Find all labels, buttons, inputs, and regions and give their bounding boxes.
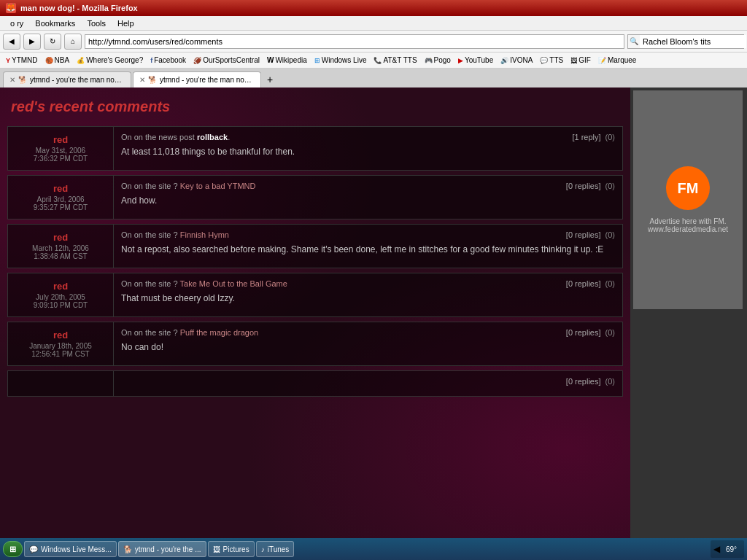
comment-meta-2: red April 3rd, 20069:35:27 PM CDT (8, 176, 114, 219)
question-mark-2: ? (174, 182, 178, 190)
nav-bar: ◀ ▶ ↻ ⌂ 🔍 (0, 31, 747, 52)
comment-date-2: April 3rd, 20069:35:27 PM CDT (34, 195, 88, 211)
comment-row-4: red July 20th, 20059:09:10 PM CDT On on … (7, 273, 623, 317)
tab-2[interactable]: ✕ 🐕 ytmnd - you're the man now dog! (133, 71, 261, 88)
bookmark-tts[interactable]: 💬 TTS (537, 55, 566, 66)
new-tab-button[interactable]: + (263, 71, 277, 88)
comment-header-2: On on the site ? Key to a bad YTMND [0 r… (121, 182, 615, 190)
bookmark-wheres-george[interactable]: 💰 Where's George? (74, 55, 146, 66)
search-engine-icon: 🔍 (628, 37, 640, 45)
comment-site-link-5[interactable]: Puff the magic dragon (180, 328, 258, 337)
menu-file[interactable]: o ry (4, 18, 29, 29)
wikipedia-icon: W (267, 56, 274, 64)
tab-2-close[interactable]: ✕ (139, 76, 145, 84)
comment-site-link-3[interactable]: Finnish Hymn (180, 230, 229, 239)
comment-meta-1: red May 31st, 20067:36:32 PM CDT (8, 127, 114, 170)
main-area: red's recent comments red May 31st, 2006… (0, 88, 747, 538)
question-mark-4: ? (174, 279, 178, 288)
comment-stats-4: [0 replies] (0) (566, 279, 615, 288)
bookmark-marquee[interactable]: 📝 Marquee (595, 55, 639, 66)
comment-stats-2: [0 replies] (0) (566, 182, 615, 190)
comment-body-3: On on the site ? Finnish Hymn [0 replies… (114, 225, 622, 268)
comment-body-5: On on the site ? Puff the magic dragon [… (114, 322, 622, 365)
comment-header-4: On on the site ? Take Me Out to the Ball… (121, 279, 615, 288)
att-icon: 📞 (374, 57, 382, 64)
bookmark-facebook[interactable]: f Facebook (147, 55, 189, 66)
bookmark-youtube[interactable]: ▶ YouTube (455, 55, 496, 66)
bookmark-att-tts[interactable]: 📞 AT&T TTS (371, 55, 419, 66)
comment-site-link-1[interactable]: rollback (197, 133, 228, 141)
tabs-bar: ✕ 🐕 ytmnd - you're the man now dog! ✕ 🐕 … (0, 69, 747, 88)
comment-site-link-2[interactable]: Key to a bad YTMND (180, 182, 256, 190)
taskbar-item-itunes[interactable]: ♪ iTunes (256, 541, 295, 557)
comment-row-2: red April 3rd, 20069:35:27 PM CDT On on … (7, 175, 623, 219)
vote-count-6: (0) (605, 377, 615, 386)
search-input[interactable] (640, 35, 746, 48)
comment-text-3: Not a repost, also searched before makin… (121, 244, 615, 256)
replies-badge-5: [0 replies] (566, 328, 601, 337)
tray-area: ◀ 69° (711, 540, 744, 558)
ivona-icon: 🔊 (500, 57, 508, 64)
comment-row-3: red March 12th, 20061:38:48 AM CST On on… (7, 224, 623, 268)
menu-tools[interactable]: Tools (81, 18, 112, 29)
nba-icon: 🏀 (45, 57, 53, 64)
forward-button[interactable]: ▶ (23, 34, 41, 50)
comment-author-5[interactable]: red (53, 330, 68, 341)
menu-help[interactable]: Help (112, 18, 140, 29)
bookmark-nba[interactable]: 🏀 NBA (42, 55, 73, 66)
comment-meta-6 (8, 371, 114, 396)
address-input[interactable] (85, 34, 624, 49)
comment-header-3: On on the site ? Finnish Hymn [0 replies… (121, 230, 615, 239)
tab-1-close[interactable]: ✕ (9, 76, 15, 84)
home-button[interactable]: ⌂ (64, 34, 82, 50)
comment-header-1: On on the news post rollback. [1 reply] … (121, 133, 615, 141)
youtube-icon: ▶ (458, 57, 463, 64)
refresh-button[interactable]: ↻ (44, 34, 61, 50)
tab-1-favicon: 🐕 (18, 76, 27, 84)
wheres-george-icon: 💰 (77, 57, 85, 64)
comment-meta-5: red January 18th, 200512:56:41 PM CST (8, 322, 114, 365)
comment-site-link-4[interactable]: Take Me Out to the Ball Game (180, 279, 287, 288)
bookmark-gif[interactable]: 🖼 GIF (568, 55, 594, 66)
comment-text-1: At least 11,018 things to be thankful fo… (121, 146, 615, 158)
tab-1[interactable]: ✕ 🐕 ytmnd - you're the man now dog! (3, 71, 131, 88)
bookmark-windows-live[interactable]: ⊞ Windows Live (311, 55, 370, 66)
comment-date-4: July 20th, 20059:09:10 PM CDT (34, 293, 88, 309)
taskbar-item-pictures[interactable]: 🖼 Pictures (208, 541, 255, 557)
start-button[interactable]: ⊞ (3, 541, 23, 557)
tray-icon-1: ◀ (713, 544, 720, 554)
bookmark-ivona[interactable]: 🔊 IVONA (498, 55, 535, 66)
comment-author-1[interactable]: red (53, 134, 68, 145)
ytmnd-taskbar-label: ytmnd - you're the ... (135, 545, 201, 553)
comment-body-4: On on the site ? Take Me Out to the Ball… (114, 273, 622, 316)
vote-count-4: (0) (605, 279, 615, 288)
comment-date-3: March 12th, 20061:38:48 AM CST (32, 244, 89, 260)
ad-box: FM Advertise here with FM. www.federated… (633, 90, 743, 309)
pictures-taskbar-icon: 🖼 (213, 545, 220, 553)
comment-author-3[interactable]: red (53, 232, 68, 243)
pogo-icon: 🎮 (425, 57, 433, 64)
menu-bookmarks[interactable]: Bookmarks (29, 18, 81, 29)
back-button[interactable]: ◀ (3, 34, 20, 50)
bookmark-oursportscentral[interactable]: 🏈 OurSportsCentral (190, 55, 263, 66)
bookmark-ytmnd[interactable]: Y YTMND (3, 55, 41, 66)
gif-icon: 🖼 (570, 57, 577, 64)
comment-author-2[interactable]: red (53, 183, 68, 194)
comment-author-4[interactable]: red (53, 281, 68, 292)
taskbar-item-ytmnd[interactable]: 🐕 ytmnd - you're the ... (118, 541, 206, 557)
taskbar-item-windows-live[interactable]: 💬 Windows Live Mess... (24, 541, 117, 557)
search-bar: 🔍 (627, 34, 744, 49)
bookmark-wikipedia[interactable]: W Wikipedia (264, 55, 310, 66)
pictures-taskbar-label: Pictures (223, 545, 249, 553)
bookmark-pogo[interactable]: 🎮 Pogo (422, 55, 454, 66)
sidebar: FM Advertise here with FM. www.federated… (630, 88, 747, 538)
ad-logo: FM (666, 166, 710, 210)
comment-body-2: On on the site ? Key to a bad YTMND [0 r… (114, 176, 622, 219)
replies-badge-1: [1 reply] (572, 133, 600, 141)
replies-badge-3: [0 replies] (566, 230, 601, 239)
comment-header-6: [0 replies] (0) (121, 377, 615, 386)
page-title: red's recent comments (7, 95, 623, 119)
taskbar-clock: 69° (721, 545, 741, 553)
comment-body-1: On on the news post rollback. [1 reply] … (114, 127, 622, 170)
comment-body-6: [0 replies] (0) (114, 371, 622, 396)
